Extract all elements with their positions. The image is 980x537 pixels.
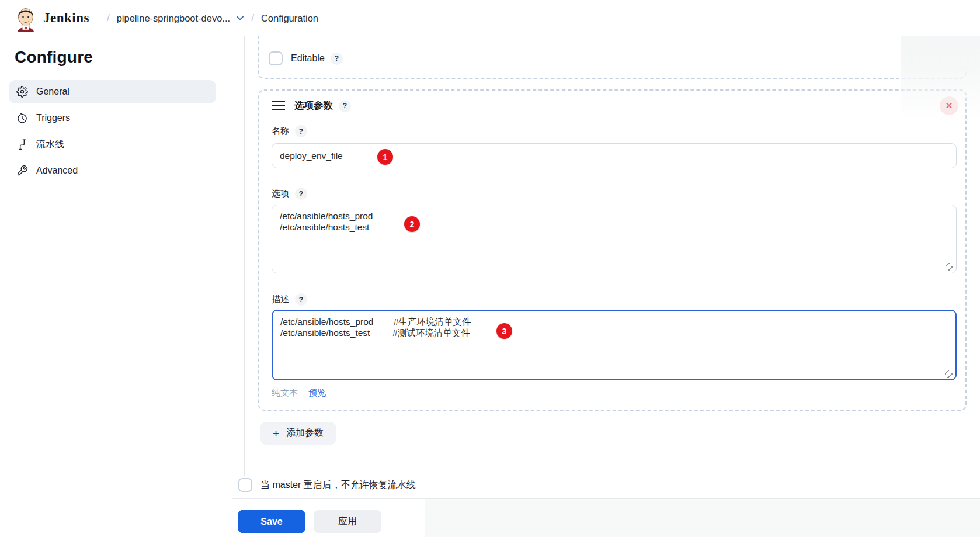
editable-label: Editable [291,53,325,64]
restart-checkbox-row: 当 master 重启后，不允许恢复流水线 [238,478,416,492]
resize-grip-icon[interactable] [946,263,953,271]
sidebar-item-label: 流水线 [36,138,64,151]
help-icon[interactable]: ? [295,125,307,137]
step-badge-3: 3 [496,323,512,339]
choices-label: 选项 [272,188,289,199]
add-parameter-button[interactable]: + 添加参数 [260,422,336,445]
chevron-down-icon[interactable] [236,13,244,23]
brand-title[interactable]: Jenkins [43,11,89,26]
sidebar-item-general[interactable]: General [9,80,216,103]
help-icon[interactable]: ? [295,188,307,200]
pipeline-icon [16,138,28,150]
choices-textarea[interactable]: /etc/ansible/hosts_prod /etc/ansible/hos… [272,205,957,273]
help-icon[interactable]: ? [339,100,351,112]
clock-icon [16,112,28,124]
param-section-title: 选项参数 [294,99,333,112]
sidebar-item-label: Triggers [36,113,70,123]
resize-grip-icon[interactable] [945,370,953,378]
config-sidebar: Configure General Triggers 流水线 [0,36,244,67]
top-bar: Jenkins / pipeline-springboot-devo... / … [0,0,980,36]
name-input[interactable] [272,143,957,168]
plain-text-link[interactable]: 纯文本 [272,387,298,397]
help-icon[interactable]: ? [331,53,343,65]
sidebar-item-label: General [36,86,69,97]
content-divider [244,36,245,476]
sidebar-item-triggers[interactable]: Triggers [9,106,216,130]
breadcrumb-separator: / [251,12,254,24]
drag-handle-icon[interactable] [272,101,285,110]
sidebar-menu: General Triggers 流水线 Advanced [9,80,216,185]
name-field-label-row: 名称 ? [272,125,307,137]
description-mode-links: 纯文本 预览 [272,387,326,399]
apply-button[interactable]: 应用 [314,510,381,533]
editable-checkbox-row: Editable ? [269,51,343,65]
editable-checkbox[interactable] [269,51,283,65]
wrench-icon [16,165,28,176]
description-textarea[interactable]: /etc/ansible/hosts_prod #生产环境清单文件 /etc/a… [272,310,957,380]
sidebar-item-pipeline[interactable]: 流水线 [9,133,216,156]
choices-field-label-row: 选项 ? [272,188,307,200]
page-title: Configure [15,48,244,67]
sidebar-item-label: Advanced [36,165,78,176]
name-label: 名称 [272,126,289,137]
breadcrumb-configuration[interactable]: Configuration [261,13,318,24]
jenkins-logo-icon[interactable] [14,5,37,32]
help-icon[interactable]: ? [295,293,307,306]
add-parameter-label: 添加参数 [286,427,324,439]
breadcrumb-separator: / [107,12,110,24]
sidebar-item-advanced[interactable]: Advanced [9,159,216,182]
choice-parameter-section: 选项参数 ? ✕ 名称 ? 1 选项 ? /etc/ansible/hosts_… [258,89,967,411]
footer-background [425,499,980,537]
breadcrumb-job[interactable]: pipeline-springboot-devo... [117,13,230,24]
gear-icon [16,86,28,98]
restart-checkbox-label: 当 master 重启后，不允许恢复流水线 [260,479,416,491]
description-field-label-row: 描述 ? [272,293,307,306]
preview-link[interactable]: 预览 [308,387,326,397]
step-badge-1: 1 [377,149,393,165]
save-button[interactable]: Save [238,510,305,533]
param-section-header: 选项参数 ? [272,99,351,112]
plus-icon: + [273,427,279,440]
restart-checkbox[interactable] [238,478,252,492]
description-label: 描述 [272,294,289,305]
step-badge-2: 2 [404,216,420,232]
